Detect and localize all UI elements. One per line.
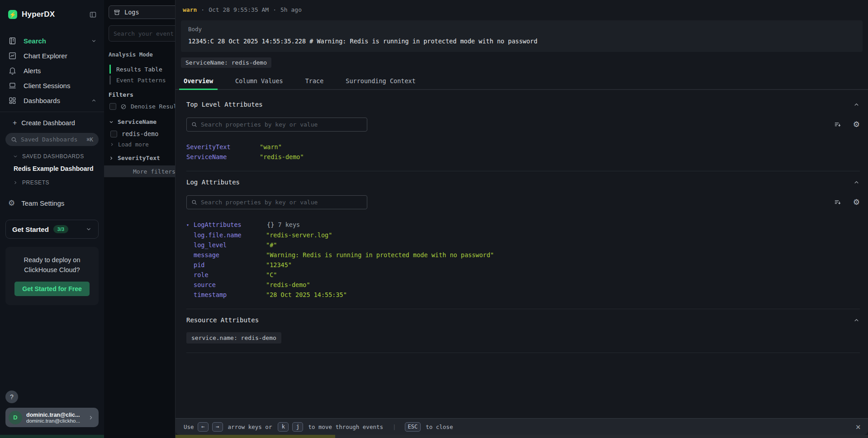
attribute-value[interactable]: "28 Oct 2025 14:55:35" (266, 290, 347, 300)
app-title: HyperDX (22, 10, 55, 19)
user-name: dominic.tran@clic... (26, 412, 88, 418)
saved-dashboards-search-input[interactable] (21, 136, 87, 143)
collapse-section-icon[interactable] (853, 101, 860, 108)
sidebar-collapse-icon[interactable] (89, 11, 97, 19)
tab-trace[interactable]: Trace (304, 74, 325, 89)
resource-attributes-section: Resource Attributes service.name: redis-… (175, 316, 868, 353)
search-nav-icon (8, 37, 17, 45)
attribute-key[interactable]: message (194, 250, 266, 260)
create-dashboard-button[interactable]: + Create Dashboard (0, 117, 104, 129)
sort-lines-icon[interactable] (834, 121, 841, 128)
tab-overview[interactable]: Overview (183, 74, 214, 89)
property-search-input[interactable] (201, 121, 362, 128)
attribute-key[interactable]: pid (194, 260, 266, 270)
attribute-value[interactable]: "redis-demo" (260, 152, 304, 162)
mode-results-table[interactable]: Results Table (109, 65, 162, 74)
collapse-section-icon[interactable] (853, 179, 860, 186)
saved-dashboards-section-toggle[interactable]: SAVED DASHBOARDS (0, 153, 104, 160)
get-started-free-button[interactable]: Get Started for Free (14, 282, 89, 296)
attribute-value[interactable]: "redis-server.log" (266, 230, 332, 240)
section-title: Top Level Attributes (186, 101, 263, 108)
attribute-row: timestamp "28 Oct 2025 14:55:35" (186, 290, 860, 300)
denoise-checkbox[interactable] (109, 103, 116, 110)
property-search-input[interactable] (201, 199, 362, 206)
section-divider (186, 309, 860, 309)
attribute-value[interactable]: "warn" (260, 142, 282, 152)
presets-section-toggle[interactable]: PRESETS (0, 179, 104, 186)
property-search-box[interactable] (186, 118, 367, 132)
search-icon (11, 137, 17, 143)
sidebar-item-client-sessions[interactable]: Client Sessions (0, 78, 104, 93)
key-arrow-left: ← (198, 422, 209, 432)
attribute-value[interactable]: "#" (266, 240, 277, 250)
attribute-row: SeverityText "warn" (186, 142, 860, 152)
detail-footer: Use ← → arrow keys or k j to move throug… (175, 418, 868, 435)
footer-separator: | (393, 424, 396, 430)
filter-group-servicename[interactable]: ServiceName (109, 118, 157, 125)
gear-icon: ⚙ (8, 198, 15, 208)
filter-group-severitytext[interactable]: SeverityText (109, 155, 160, 161)
event-timestamp: Oct 28 9:55:35 AM (209, 6, 269, 13)
sidebar-item-label: Alerts (24, 67, 41, 75)
attribute-key[interactable]: source (194, 280, 266, 290)
clickhouse-cloud-card: Ready to deploy on ClickHouse Cloud? Get… (5, 247, 99, 305)
sidebar-item-dashboards[interactable]: Dashboards (0, 93, 104, 108)
saved-dashboards-label: SAVED DASHBOARDS (22, 153, 84, 160)
section-title: Resource Attributes (186, 316, 259, 324)
help-button[interactable]: ? (5, 391, 18, 403)
tree-collapse-caret[interactable]: ▾ (186, 220, 194, 230)
chevron-right-icon (109, 155, 114, 161)
section-title: Log Attributes (186, 179, 240, 186)
attribute-key[interactable]: LogAttributes (194, 220, 267, 230)
team-settings-button[interactable]: ⚙ Team Settings (0, 198, 104, 208)
service-name-tag[interactable]: ServiceName: redis-demo (181, 57, 271, 68)
sort-lines-icon[interactable] (834, 198, 841, 206)
load-more-button[interactable]: Load more (109, 141, 149, 148)
redis-demo-checkbox[interactable] (110, 131, 117, 137)
gear-icon[interactable]: ⚙ (853, 198, 860, 206)
close-icon[interactable]: × (856, 423, 861, 431)
attribute-key[interactable]: log.file.name (194, 230, 266, 240)
filter-value-redis-demo[interactable]: redis-demo (110, 130, 158, 137)
sidebar-header: ⚡ HyperDX (0, 0, 104, 20)
sidebar-item-alerts[interactable]: Alerts (0, 63, 104, 78)
property-search-box[interactable] (186, 195, 367, 209)
mode-event-patterns[interactable]: Event Patterns (109, 75, 166, 85)
attribute-value[interactable]: "Warning: Redis is running in protected … (266, 250, 494, 260)
body-section: Body 12345:C 28 Oct 2025 14:55:35.228 # … (181, 20, 863, 52)
plus-icon: + (13, 119, 17, 127)
resource-attribute-tag[interactable]: service.name: redis-demo (186, 332, 281, 344)
attribute-value[interactable]: "C" (266, 270, 277, 280)
user-menu[interactable]: D dominic.tran@clic... dominic.tran@clic… (5, 408, 99, 427)
attribute-value[interactable]: "12345" (266, 260, 292, 270)
footer-move-text: to move through events (308, 424, 383, 430)
bottom-accent-olive (175, 435, 335, 438)
denoise-results-toggle[interactable]: Denoise Results (109, 103, 184, 110)
attribute-key[interactable]: role (194, 270, 266, 280)
attribute-key[interactable]: ServiceName (186, 152, 260, 162)
sidebar-item-label: Search (24, 37, 46, 45)
attribute-key[interactable]: SeverityText (186, 142, 260, 152)
attribute-key[interactable]: log_level (194, 240, 266, 250)
attribute-key[interactable]: timestamp (194, 290, 266, 300)
tab-column-values[interactable]: Column Values (234, 74, 284, 89)
team-settings-label: Team Settings (21, 199, 64, 207)
detail-tabs: Overview Column Values Trace Surrounding… (175, 74, 868, 90)
chevron-right-icon (109, 142, 114, 147)
tab-surrounding-context[interactable]: Surrounding Context (345, 74, 416, 89)
dashboard-item-redis-example[interactable]: Redis Example Dashboard (0, 165, 104, 172)
sidebar-item-search[interactable]: Search (0, 33, 104, 48)
sidebar-item-chart-explorer[interactable]: Chart Explorer (0, 48, 104, 63)
search-shortcut: ⌘K (87, 137, 93, 143)
saved-dashboards-search[interactable]: ⌘K (5, 133, 99, 146)
gear-icon[interactable]: ⚙ (853, 121, 860, 128)
collapse-section-icon[interactable] (853, 317, 860, 324)
mode-label: Results Table (116, 66, 162, 73)
chevron-down-icon (109, 119, 114, 125)
chevron-up-icon (91, 98, 97, 104)
attribute-value[interactable]: "redis-demo" (266, 280, 310, 290)
log-attributes-section: Log Attributes ⚙ ▾ LogAttributes {} 7 ke… (175, 179, 868, 309)
sidebar: ⚡ HyperDX Search Chart Explorer Alerts C… (0, 0, 104, 438)
get-started-card[interactable]: Get Started 3/3 (5, 220, 99, 239)
sidebar-item-label: Chart Explorer (24, 52, 67, 60)
